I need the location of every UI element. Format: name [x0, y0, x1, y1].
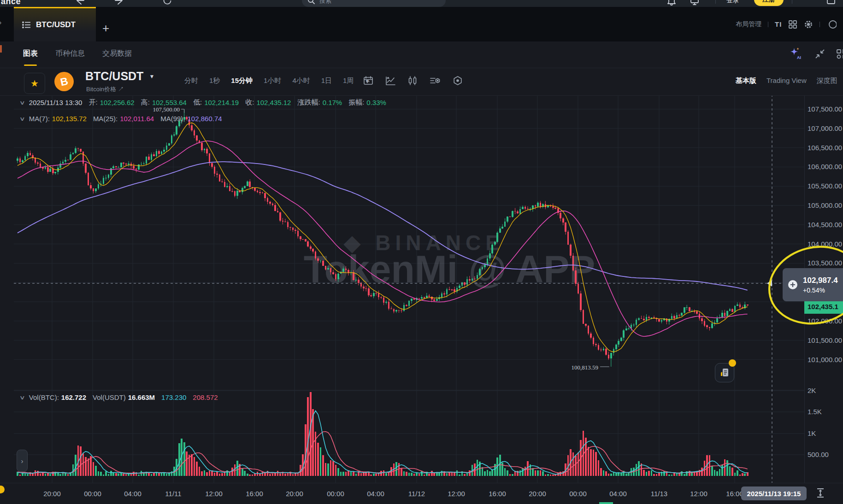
chart-type-icon[interactable] — [385, 76, 395, 86]
subtab-right-tools: AI — [789, 47, 843, 61]
interval-1s[interactable]: 1秒 — [209, 76, 220, 85]
interval-1d[interactable]: 1日 — [321, 76, 332, 85]
settings-hex-icon[interactable] — [453, 76, 463, 86]
open-value: 102,256.62 — [100, 99, 135, 106]
ai-icon-label: AI — [797, 55, 801, 60]
time-axis-label: 04:00 — [609, 490, 627, 498]
axis-label: 2K — [808, 387, 816, 394]
ohlc-info-row: ∨ 2025/11/13 13:30 开:102,256.62 高:102,55… — [20, 98, 386, 107]
view-tradingview[interactable]: Trading View — [766, 76, 807, 85]
symbol-pair-label: BTC/USDT — [85, 70, 143, 83]
interval-time[interactable]: 分时 — [184, 76, 198, 85]
axis-scale-icon[interactable] — [815, 487, 826, 498]
time-axis-label: 00:00 — [84, 490, 101, 498]
axis-label: 1K — [808, 429, 816, 437]
shrink-icon[interactable] — [815, 49, 825, 59]
change-label: 涨跌幅: — [297, 98, 320, 107]
login-button[interactable]: 登录 — [726, 0, 739, 5]
forward-icon[interactable] — [114, 0, 124, 6]
interval-1h[interactable]: 1小时 — [264, 76, 281, 85]
symbol-toolbar: ★ B BTC/USDT ▼ Bitcoin价格 ↗ 分时1秒15分钟1小时4小… — [0, 68, 843, 95]
tab-trade-data[interactable]: 交易数据 — [102, 49, 132, 59]
time-axis-label: 12:00 — [205, 490, 223, 498]
search-bar[interactable] — [302, 0, 446, 7]
crosshair-price-value: 102,987.4 — [803, 276, 838, 285]
axis-label: 500.00 — [808, 451, 829, 458]
time-axis-label: 00:00 — [327, 490, 344, 498]
btc-coin-icon: B — [54, 72, 74, 91]
high-label: 高: — [141, 98, 150, 107]
change-value: 0.17% — [323, 99, 342, 106]
candlestick-chart[interactable]: ◆ BINANCETokenMi @ APP107,500.00100,813.… — [14, 94, 804, 483]
ma25-label: MA(25): — [93, 115, 118, 123]
layout-manager-button[interactable]: 布局管理 — [736, 20, 761, 29]
time-axis-label: 12:00 — [690, 490, 707, 498]
interval-4h[interactable]: 4小时 — [292, 76, 310, 85]
calendar-jump-icon[interactable] — [363, 76, 373, 86]
chart-subtab-row: 图表币种信息交易数据 AI — [0, 41, 843, 68]
tab-btc-usdt[interactable]: BTC/USDT — [14, 7, 96, 41]
candles-style-icon[interactable] — [407, 76, 418, 86]
bottom-edge-fragment — [599, 502, 613, 504]
window-icon[interactable] — [826, 0, 836, 6]
axis-label: 106,500.00 — [808, 144, 842, 152]
add-tab-button[interactable]: + — [102, 22, 109, 34]
back-icon[interactable] — [75, 0, 85, 6]
axis-label: 103,500.00 — [808, 259, 842, 267]
symbol-selector[interactable]: BTC/USDT ▼ — [85, 70, 154, 83]
divider — [819, 22, 820, 27]
pane-expander-button[interactable]: › — [17, 450, 28, 472]
close-value: 102,435.12 — [256, 99, 291, 106]
ma25-value: 102,011.64 — [120, 115, 154, 123]
tab-chart[interactable]: 图表 — [23, 49, 38, 59]
view-basic[interactable]: 基本版 — [736, 76, 756, 85]
axis-label: 107,500.00 — [808, 105, 842, 113]
crosshair-price-label: 102,987.4 +0.54% — [783, 268, 843, 301]
tab-scroll-chevron: › — [0, 18, 1, 27]
coin-icon-partial[interactable] — [826, 19, 837, 29]
interval-15m[interactable]: 15分钟 — [231, 76, 253, 85]
refresh-icon[interactable] — [162, 0, 172, 6]
grid-layout-icon[interactable] — [788, 20, 797, 29]
axis-label: 104,500.00 — [808, 221, 842, 229]
time-axis-label: 20:00 — [43, 490, 61, 498]
axis-label: 1.5K — [808, 408, 822, 416]
time-axis-label: 00:00 — [569, 490, 587, 498]
layout-template-icon[interactable]: TI — [775, 20, 782, 28]
tab-coin-info[interactable]: 币种信息 — [55, 49, 85, 59]
divider — [768, 22, 768, 27]
view-depth[interactable]: 深度图 — [817, 76, 837, 85]
tab-list-icon — [22, 21, 31, 29]
chevron-down-icon: ▼ — [149, 73, 154, 80]
gear-icon[interactable] — [804, 20, 813, 29]
collapse-chevron-icon[interactable]: ∨ — [19, 116, 25, 122]
symbol-subtitle-link[interactable]: Bitcoin价格 ↗ — [86, 85, 124, 94]
bell-icon[interactable] — [666, 0, 677, 6]
register-button[interactable]: 注册 — [754, 0, 784, 6]
high-value: 102,553.64 — [152, 99, 187, 106]
add-alert-plus-icon[interactable] — [787, 279, 798, 290]
desktop-download-icon[interactable] — [690, 0, 700, 6]
tab-label: BTC/USDT — [36, 20, 76, 29]
document-icon — [719, 367, 730, 378]
time-axis-label: 04:00 — [124, 490, 141, 498]
interval-1w[interactable]: 1周 — [343, 76, 354, 85]
indicator-settings-icon[interactable] — [430, 76, 441, 86]
collapse-chevron-icon[interactable]: ∨ — [19, 394, 25, 401]
collapse-chevron-icon[interactable]: ∨ — [19, 100, 25, 106]
layout-grid-partial-icon[interactable] — [836, 48, 843, 60]
ai-assistant-icon[interactable]: AI — [789, 47, 804, 61]
time-axis-label: 11/13 — [651, 490, 667, 498]
time-axis-label: 20:00 — [286, 490, 303, 498]
time-axis-label: 11/12 — [408, 490, 425, 498]
favorite-star-button[interactable]: ★ — [24, 73, 45, 94]
search-input[interactable] — [318, 0, 431, 5]
last-price-label: 102,435.1 — [804, 300, 843, 314]
mavol5-value: 173.230 — [161, 393, 186, 401]
ma-info-row: ∨ MA(7):102,135.72 MA(25):102,011.64 MA(… — [20, 115, 222, 123]
axis-label: 107,000.00 — [808, 124, 842, 132]
vol-usdt-value: 16.663M — [128, 393, 155, 401]
time-axis[interactable]: 2025/11/13 19:15 20:0000:0004:0011/1112:… — [0, 483, 843, 504]
time-axis-label: 16:00 — [489, 490, 506, 498]
vol-btc-value: 162.722 — [61, 393, 86, 401]
